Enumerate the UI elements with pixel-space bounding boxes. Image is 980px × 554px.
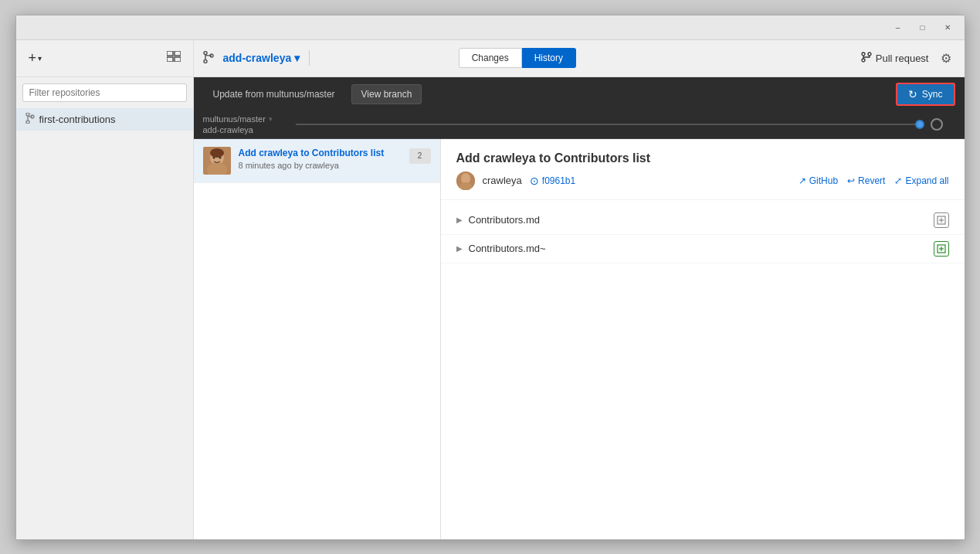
external-link-icon: ↗ bbox=[799, 175, 806, 186]
github-label: GitHub bbox=[809, 175, 838, 186]
branch-graph: multunus/master ▾ add-crawleya bbox=[194, 111, 965, 139]
detail-author: crawleya bbox=[483, 175, 522, 186]
expand-label: Expand all bbox=[905, 175, 948, 186]
top-toolbar: add-crawleya ▾ Changes History bbox=[194, 40, 965, 77]
sync-icon: ↻ bbox=[908, 88, 917, 100]
current-branch-name: add-crawleya bbox=[203, 125, 253, 134]
svg-point-13 bbox=[868, 53, 871, 56]
expand-all-button[interactable]: ⤢ Expand all bbox=[894, 175, 948, 186]
window-controls: – □ ✕ bbox=[887, 19, 958, 35]
settings-icon: ⚙ bbox=[941, 52, 951, 65]
settings-button[interactable]: ⚙ bbox=[938, 48, 955, 69]
repo-name-label: first-contributions bbox=[39, 114, 116, 125]
sync-label: Sync bbox=[922, 89, 943, 100]
detail-header: Add crawleya to Contributors list crawle… bbox=[441, 139, 965, 200]
svg-point-10 bbox=[204, 59, 207, 63]
branch-labels: multunus/master ▾ add-crawleya bbox=[203, 114, 296, 134]
commit-item[interactable]: Add crawleya to Contributors list 8 minu… bbox=[194, 139, 440, 183]
file-name-0: Contributors.md bbox=[469, 214, 934, 226]
add-repo-button[interactable]: + ▾ bbox=[25, 47, 46, 70]
revert-button[interactable]: ↩ Revert bbox=[847, 175, 885, 186]
svg-point-4 bbox=[26, 113, 29, 116]
svg-point-8 bbox=[204, 51, 207, 54]
pull-request-label: Pull request bbox=[876, 53, 929, 64]
pull-request-icon bbox=[861, 52, 872, 65]
commit-hash-value: f0961b1 bbox=[542, 175, 575, 186]
content-area: add-crawleya ▾ Changes History bbox=[194, 40, 965, 539]
commit-info: Add crawleya to Contributors list 8 minu… bbox=[239, 147, 402, 171]
tab-history[interactable]: History bbox=[522, 48, 576, 68]
tab-group: Changes History bbox=[459, 48, 576, 68]
repo-list: first-contributions bbox=[16, 108, 193, 539]
detail-avatar bbox=[456, 172, 475, 190]
current-branch-label: add-crawleya bbox=[203, 125, 296, 134]
svg-rect-2 bbox=[167, 57, 173, 62]
graph-track bbox=[296, 124, 924, 125]
sidebar: + ▾ bbox=[16, 40, 194, 539]
graph-line bbox=[296, 111, 955, 138]
maximize-button[interactable]: □ bbox=[912, 19, 934, 35]
svg-point-23 bbox=[461, 173, 470, 184]
plus-icon: + bbox=[29, 50, 37, 66]
svg-rect-1 bbox=[175, 51, 181, 56]
file-list: ▶ Contributors.md ▶ bbox=[441, 200, 965, 270]
file-badge-added-1 bbox=[934, 241, 949, 257]
close-button[interactable]: ✕ bbox=[937, 19, 958, 35]
update-from-master-button[interactable]: Update from multunus/master bbox=[203, 84, 345, 104]
titlebar: – □ ✕ bbox=[16, 15, 965, 40]
toolbar-separator bbox=[309, 50, 310, 66]
file-chevron-icon-0: ▶ bbox=[456, 216, 463, 224]
filter-repos-input[interactable] bbox=[22, 83, 187, 102]
master-dropdown-icon: ▾ bbox=[269, 115, 273, 123]
commit-avatar bbox=[203, 147, 231, 175]
bottom-area: Add crawleya to Contributors list 8 minu… bbox=[194, 139, 965, 539]
detail-panel: Add crawleya to Contributors list crawle… bbox=[441, 139, 965, 539]
github-link-button[interactable]: ↗ GitHub bbox=[799, 175, 838, 186]
revert-icon: ↩ bbox=[847, 175, 855, 186]
svg-point-6 bbox=[26, 121, 29, 124]
toolbar-right: Pull request ⚙ bbox=[861, 48, 955, 69]
file-chevron-icon-1: ▶ bbox=[456, 244, 463, 253]
expand-icon: ⤢ bbox=[894, 175, 902, 186]
master-branch-name: multunus/master bbox=[203, 114, 266, 124]
commit-meta: 8 minutes ago by crawleya bbox=[239, 161, 402, 170]
detail-actions: ↗ GitHub ↩ Revert ⤢ Expand all bbox=[799, 175, 949, 186]
branch-name: add-crawleya bbox=[223, 52, 292, 64]
layout-icon bbox=[167, 51, 181, 64]
file-row-contributors-md-tilde[interactable]: ▶ Contributors.md~ bbox=[441, 235, 965, 263]
commit-title: Add crawleya to Contributors list bbox=[239, 147, 402, 160]
graph-node-current bbox=[915, 120, 924, 129]
file-name-1: Contributors.md~ bbox=[469, 243, 934, 254]
dark-toolbar: Update from multunus/master View branch … bbox=[194, 77, 965, 111]
view-branch-button[interactable]: View branch bbox=[351, 84, 422, 104]
master-branch-label: multunus/master ▾ bbox=[203, 114, 296, 124]
pull-request-button[interactable]: Pull request bbox=[861, 52, 929, 65]
app-window: – □ ✕ + ▾ bbox=[15, 15, 965, 540]
tab-changes[interactable]: Changes bbox=[459, 48, 522, 68]
svg-rect-3 bbox=[175, 57, 181, 62]
revert-label: Revert bbox=[858, 175, 885, 186]
avatar-image bbox=[203, 147, 231, 175]
detail-meta: crawleya ⊙ f0961b1 ↗ GitHub bbox=[456, 172, 949, 190]
graph-node-end bbox=[931, 118, 943, 131]
branch-toolbar-icon bbox=[203, 51, 214, 66]
branch-icon bbox=[25, 113, 35, 126]
commit-badge: 2 bbox=[409, 148, 431, 164]
minimize-button[interactable]: – bbox=[887, 19, 909, 35]
sidebar-header: + ▾ bbox=[16, 40, 193, 77]
dropdown-arrow-icon: ▾ bbox=[38, 54, 42, 63]
branch-dropdown-icon: ▾ bbox=[294, 52, 300, 64]
detail-title: Add crawleya to Contributors list bbox=[456, 151, 949, 165]
main-layout: + ▾ bbox=[16, 40, 965, 539]
commit-hash[interactable]: ⊙ f0961b1 bbox=[530, 175, 575, 187]
file-row-contributors-md[interactable]: ▶ Contributors.md bbox=[441, 206, 965, 235]
file-badge-modified-0 bbox=[934, 212, 949, 228]
commits-panel: Add crawleya to Contributors list 8 minu… bbox=[194, 139, 441, 539]
sidebar-item-first-contributions[interactable]: first-contributions bbox=[16, 108, 193, 131]
svg-point-21 bbox=[210, 148, 224, 158]
svg-rect-0 bbox=[167, 51, 173, 56]
commit-hash-icon: ⊙ bbox=[530, 175, 539, 187]
sync-button[interactable]: ↻ Sync bbox=[896, 83, 955, 106]
branch-selector[interactable]: add-crawleya ▾ bbox=[223, 52, 300, 64]
layout-toggle-button[interactable] bbox=[164, 48, 184, 68]
